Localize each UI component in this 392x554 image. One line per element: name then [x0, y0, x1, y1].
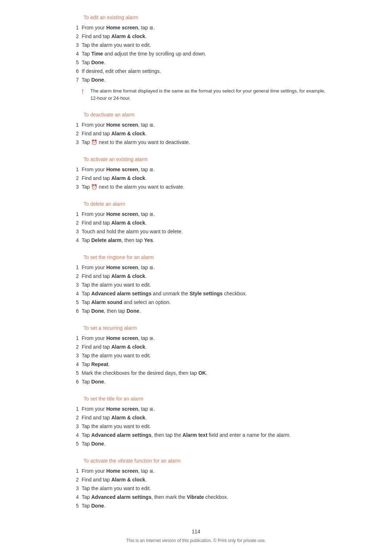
- steps-list-edit: 1From your Home screen, tap ⊞. 2Find and…: [62, 24, 330, 84]
- step-number: 1: [62, 166, 82, 173]
- step-content: Tap Advanced alarm settings, then tap th…: [82, 431, 330, 439]
- step-number: 2: [62, 343, 82, 351]
- step-content: Tap Done.: [82, 59, 330, 66]
- list-item: 5Tap Done.: [62, 59, 330, 66]
- step-number: 3: [62, 139, 82, 146]
- page-footer: 114 This is an Internet version of this …: [0, 529, 392, 543]
- list-item: 4Tap Repeat.: [62, 361, 330, 368]
- list-item: 2Find and tap Alarm & clock.: [62, 219, 330, 227]
- step-number: 3: [62, 183, 82, 191]
- list-item: 6Tap Done, then tap Done.: [62, 307, 330, 315]
- step-content: Tap Done.: [82, 440, 330, 448]
- step-number: 2: [62, 175, 82, 182]
- step-number: 4: [62, 50, 82, 58]
- step-number: 4: [62, 431, 82, 439]
- steps-list-recurring: 1From your Home screen, tap ⊞. 2Find and…: [62, 335, 330, 386]
- list-item: 5Tap Alarm sound and select an option.: [62, 299, 330, 306]
- step-content: Tap the alarm you want to edit.: [82, 485, 330, 492]
- section-title-edit: To edit an existing alarm: [83, 15, 330, 20]
- section-deactivate-alarm: To deactivate an alarm 1From your Home s…: [62, 112, 330, 146]
- step-number: 7: [62, 76, 82, 84]
- step-content: Tap Delete alarm, then tap Yes.: [82, 237, 330, 244]
- step-content: Tap Time and adjust the time by scrollin…: [82, 50, 330, 58]
- section-ringtone: To set the ringtone for an alarm 1From y…: [62, 254, 330, 315]
- step-number: 6: [62, 378, 82, 386]
- note-block: ! The alarm time format displayed is the…: [82, 87, 330, 102]
- step-number: 4: [62, 237, 82, 244]
- list-item: 3Tap the alarm you want to edit.: [62, 41, 330, 49]
- step-content: From your Home screen, tap ⊞.: [82, 24, 330, 32]
- step-number: 1: [62, 405, 82, 413]
- step-content: Find and tap Alarm & clock.: [82, 175, 330, 182]
- step-number: 6: [62, 67, 82, 75]
- list-item: 3Tap the alarm you want to edit.: [62, 485, 330, 492]
- step-content: Tap the alarm you want to edit.: [82, 281, 330, 289]
- page-number: 114: [0, 529, 392, 534]
- list-item: 2Find and tap Alarm & clock.: [62, 130, 330, 138]
- step-content: Find and tap Alarm & clock.: [82, 414, 330, 422]
- step-number: 1: [62, 264, 82, 271]
- footer-text: This is an Internet version of this publ…: [126, 538, 266, 543]
- step-number: 1: [62, 335, 82, 342]
- step-number: 2: [62, 33, 82, 40]
- step-number: 1: [62, 467, 82, 475]
- list-item: 6Tap Done.: [62, 378, 330, 386]
- step-content: Find and tap Alarm & clock.: [82, 476, 330, 484]
- step-content: Tap the alarm you want to edit.: [82, 41, 330, 49]
- section-title-delete: To delete an alarm: [83, 201, 330, 207]
- section-delete-alarm: To delete an alarm 1From your Home scree…: [62, 201, 330, 244]
- step-content: Tap Advanced alarm settings and unmark t…: [82, 290, 330, 297]
- step-number: 1: [62, 121, 82, 129]
- list-item: 4Tap Advanced alarm settings, then tap t…: [62, 431, 330, 439]
- section-vibrate: To activate the vibrate function for an …: [62, 458, 330, 510]
- section-title-deactivate: To deactivate an alarm: [83, 112, 330, 118]
- list-item: 4Tap Advanced alarm settings and unmark …: [62, 290, 330, 297]
- list-item: 5Mark the checkboxes for the desired day…: [62, 369, 330, 377]
- step-content: If desired, edit other alarm settings.: [82, 67, 330, 75]
- step-number: 1: [62, 24, 82, 32]
- note-text: The alarm time format displayed is the s…: [90, 87, 330, 102]
- step-content: Tap Done, then tap Done.: [82, 307, 330, 315]
- list-item: 2Find and tap Alarm & clock.: [62, 343, 330, 351]
- list-item: 7Tap Done.: [62, 76, 330, 84]
- step-content: From your Home screen, tap ⊞.: [82, 467, 330, 475]
- step-number: 2: [62, 414, 82, 422]
- step-number: 5: [62, 502, 82, 510]
- list-item: 3Tap the alarm you want to edit.: [62, 352, 330, 360]
- step-number: 4: [62, 493, 82, 501]
- list-item: 3Tap the alarm you want to edit.: [62, 423, 330, 430]
- list-item: 1From your Home screen, tap ⊞.: [62, 335, 330, 342]
- list-item: 6If desired, edit other alarm settings.: [62, 67, 330, 75]
- list-item: 1From your Home screen, tap ⊞.: [62, 121, 330, 129]
- section-set-title: To set the title for an alarm 1From your…: [62, 396, 330, 448]
- step-number: 3: [62, 423, 82, 430]
- step-content: Tap Advanced alarm settings, then mark t…: [82, 493, 330, 501]
- step-content: Tap the alarm you want to edit.: [82, 423, 330, 430]
- step-number: 2: [62, 272, 82, 280]
- steps-list-ringtone: 1From your Home screen, tap ⊞. 2Find and…: [62, 264, 330, 315]
- section-title-ringtone: To set the ringtone for an alarm: [83, 254, 330, 260]
- step-number: 1: [62, 210, 82, 218]
- list-item: 1From your Home screen, tap ⊞.: [62, 405, 330, 413]
- step-content: From your Home screen, tap ⊞.: [82, 264, 330, 271]
- section-title-vibrate: To activate the vibrate function for an …: [83, 458, 330, 464]
- list-item: 3Tap ⏰ next to the alarm you want to act…: [62, 183, 330, 191]
- step-content: Tap Alarm sound and select an option.: [82, 299, 330, 306]
- step-number: 3: [62, 281, 82, 289]
- list-item: 2Find and tap Alarm & clock.: [62, 175, 330, 182]
- list-item: 3Touch and hold the alarm you want to de…: [62, 228, 330, 235]
- step-content: Tap Done.: [82, 502, 330, 510]
- step-number: 5: [62, 59, 82, 66]
- list-item: 1From your Home screen, tap ⊞.: [62, 264, 330, 271]
- list-item: 3Tap the alarm you want to edit.: [62, 281, 330, 289]
- list-item: 4Tap Delete alarm, then tap Yes.: [62, 237, 330, 244]
- list-item: 4Tap Time and adjust the time by scrolli…: [62, 50, 330, 58]
- step-content: Tap Done.: [82, 76, 330, 84]
- step-content: Find and tap Alarm & clock.: [82, 33, 330, 40]
- steps-list-title: 1From your Home screen, tap ⊞. 2Find and…: [62, 405, 330, 448]
- list-item: 2Find and tap Alarm & clock.: [62, 476, 330, 484]
- step-number: 3: [62, 228, 82, 235]
- steps-list-delete: 1From your Home screen, tap ⊞. 2Find and…: [62, 210, 330, 244]
- step-number: 2: [62, 476, 82, 484]
- step-content: Touch and hold the alarm you want to del…: [82, 228, 330, 235]
